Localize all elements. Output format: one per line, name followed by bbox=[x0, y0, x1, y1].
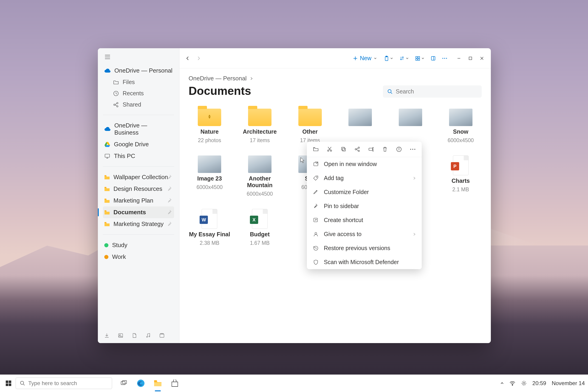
grid-item[interactable]: Snow6000x4500 bbox=[437, 107, 484, 145]
ctx-share-button[interactable] bbox=[354, 145, 361, 153]
grid-item[interactable]: WMy Essay Final2.38 MB bbox=[186, 207, 233, 248]
grid-item[interactable]: Image 236000x4500 bbox=[186, 154, 233, 199]
sidebar-bottom-icons bbox=[98, 328, 179, 343]
svg-rect-27 bbox=[418, 56, 420, 58]
view-button[interactable] bbox=[413, 54, 426, 63]
sidebar-fav-design-resources[interactable]: Design Resources bbox=[103, 183, 174, 195]
sidebar-tag-study[interactable]: Study bbox=[103, 239, 174, 251]
minimize-button[interactable] bbox=[454, 54, 464, 63]
ctx-more-button[interactable] bbox=[409, 145, 417, 153]
grid-item[interactable] bbox=[387, 107, 434, 145]
videos-icon[interactable] bbox=[158, 332, 166, 339]
sidebar-this-pc[interactable]: This PC bbox=[103, 150, 174, 162]
ctx-row-pin-to-sidebar[interactable]: Pin to sidebar bbox=[307, 199, 422, 213]
chevron-right-icon bbox=[413, 176, 416, 180]
music-icon[interactable] bbox=[145, 332, 152, 339]
image-thumbnail bbox=[399, 108, 422, 126]
search-input[interactable] bbox=[396, 88, 477, 95]
sidebar-onedrive-business[interactable]: OneDrive — Business bbox=[103, 120, 174, 138]
grid-item[interactable]: PCharts2.1 MB bbox=[437, 154, 484, 199]
ctx-open-button[interactable] bbox=[312, 145, 320, 153]
paste-button[interactable] bbox=[382, 54, 395, 63]
ctx-row-create-shortcut[interactable]: Create shortcut bbox=[307, 213, 422, 227]
taskbar-search[interactable] bbox=[16, 378, 112, 389]
pin-icon bbox=[167, 174, 173, 180]
svg-rect-69 bbox=[9, 380, 11, 383]
sidebar-fav-marketing-strategy[interactable]: Marketing Strategy bbox=[103, 218, 174, 230]
close-button[interactable] bbox=[476, 54, 487, 63]
ctx-copy-button[interactable] bbox=[340, 145, 348, 153]
sidebar-divider bbox=[103, 166, 174, 167]
documents-icon[interactable] bbox=[131, 332, 138, 339]
taskbar-search-input[interactable] bbox=[28, 380, 108, 386]
ctx-cut-button[interactable] bbox=[326, 145, 334, 153]
grid-item[interactable]: Another Mountain6000x4500 bbox=[236, 154, 283, 199]
sidebar-divider bbox=[103, 115, 174, 115]
settings-icon[interactable] bbox=[521, 380, 527, 386]
svg-rect-29 bbox=[418, 59, 420, 60]
svg-rect-78 bbox=[154, 382, 162, 386]
back-button[interactable] bbox=[183, 54, 192, 63]
item-meta: 2.38 MB bbox=[200, 240, 220, 246]
tray-chevron-icon[interactable] bbox=[500, 382, 504, 385]
item-meta: 22 photos bbox=[198, 137, 221, 144]
file-explorer-window: OneDrive — PersonalFilesRecentsShared On… bbox=[98, 48, 491, 343]
svg-point-72 bbox=[20, 381, 24, 384]
search-box[interactable] bbox=[383, 86, 482, 98]
svg-line-7 bbox=[115, 104, 117, 104]
folder-icon bbox=[198, 108, 221, 126]
ctx-rename-button[interactable] bbox=[367, 145, 375, 153]
grid-item[interactable]: XBudget1.67 MB bbox=[236, 207, 283, 248]
svg-point-20 bbox=[149, 336, 150, 337]
new-button[interactable]: New bbox=[350, 53, 380, 64]
sidebar-fav-marketing-plan[interactable]: Marketing Plan bbox=[103, 195, 174, 206]
sidebar: OneDrive — PersonalFilesRecentsShared On… bbox=[98, 48, 180, 343]
file-explorer-app-button[interactable] bbox=[152, 378, 163, 388]
downloads-icon[interactable] bbox=[103, 332, 110, 339]
start-button[interactable] bbox=[3, 378, 14, 388]
pictures-icon[interactable] bbox=[117, 332, 124, 339]
sidebar-google-drive[interactable]: Google Drive bbox=[103, 138, 174, 150]
sidebar-item-files[interactable]: Files bbox=[103, 76, 174, 88]
task-view-button[interactable] bbox=[118, 378, 129, 388]
store-app-button[interactable] bbox=[170, 378, 180, 388]
grid-item[interactable]: Other17 items bbox=[287, 107, 333, 145]
ctx-info-button[interactable] bbox=[395, 145, 403, 153]
ctx-row-customize-folder[interactable]: Customize Folder bbox=[307, 185, 422, 199]
svg-rect-30 bbox=[431, 56, 435, 60]
ctx-delete-button[interactable] bbox=[381, 145, 389, 153]
sidebar-item-recents[interactable]: Recents bbox=[103, 88, 174, 99]
grid-item[interactable] bbox=[337, 107, 384, 145]
details-pane-button[interactable] bbox=[428, 54, 438, 63]
grid-item[interactable]: Nature22 photos bbox=[186, 107, 233, 145]
edge-app-button[interactable] bbox=[136, 378, 146, 388]
svg-point-4 bbox=[114, 104, 115, 106]
item-name: Budget bbox=[250, 231, 270, 238]
breadcrumb[interactable]: OneDrive — Personal bbox=[188, 75, 253, 82]
svg-point-66 bbox=[315, 232, 317, 234]
sidebar-tag-work[interactable]: Work bbox=[103, 251, 174, 263]
ctx-row-add-tag[interactable]: Add tag bbox=[307, 171, 422, 185]
sort-button[interactable] bbox=[397, 54, 411, 63]
more-options-button[interactable] bbox=[440, 56, 450, 61]
taskbar-time[interactable]: 20:59 bbox=[532, 380, 546, 386]
sidebar-fav-wallpaper-collection[interactable]: Wallpaper Collection bbox=[103, 171, 174, 183]
sidebar-fav-documents[interactable]: Documents bbox=[103, 206, 174, 218]
image-thumbnail bbox=[248, 156, 272, 173]
ctx-row-restore-previous-versions[interactable]: Restore previous versions bbox=[307, 241, 422, 255]
sidebar-onedrive-personal[interactable]: OneDrive — Personal bbox=[103, 65, 174, 76]
hamburger-menu-button[interactable] bbox=[103, 53, 112, 61]
taskbar-date[interactable]: November 14 bbox=[552, 380, 585, 386]
ctx-row-give-access-to[interactable]: Give access to bbox=[307, 227, 422, 241]
forward-button[interactable] bbox=[194, 54, 203, 63]
svg-point-80 bbox=[523, 382, 525, 384]
ctx-row-scan-with-microsoft-defender[interactable]: Scan with Microsoft Defender bbox=[307, 255, 422, 269]
svg-point-19 bbox=[146, 336, 148, 337]
svg-point-49 bbox=[358, 147, 360, 148]
svg-point-79 bbox=[512, 385, 513, 386]
maximize-button[interactable] bbox=[465, 54, 476, 63]
ctx-row-open-in-new-window[interactable]: Open in new window bbox=[307, 157, 422, 171]
wifi-icon[interactable] bbox=[510, 381, 516, 386]
grid-item[interactable]: Architecture17 items bbox=[236, 107, 283, 145]
sidebar-item-shared[interactable]: Shared bbox=[103, 99, 174, 110]
